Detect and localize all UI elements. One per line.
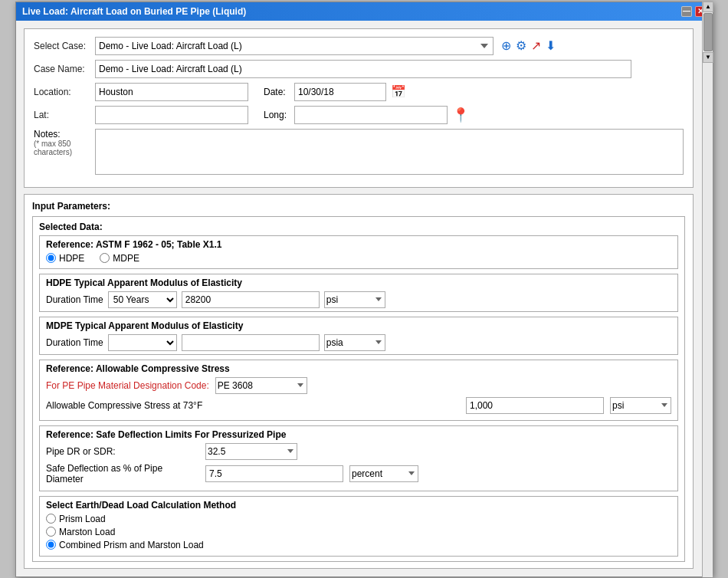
select-case-label: Select Case: — [34, 41, 95, 51]
hdpe-radio[interactable] — [46, 253, 56, 263]
scroll-up-button[interactable]: ▲ — [703, 2, 713, 12]
notes-textarea[interactable] — [95, 129, 684, 175]
mdpe-unit-select[interactable]: psia psi kPa — [324, 334, 385, 351]
mdpe-modulus-title: MDPE Typical Apparent Modulus of Elastic… — [46, 320, 671, 331]
mdpe-duration-select[interactable]: 50 Years 1 Year — [108, 334, 177, 351]
hdpe-label: HDPE — [59, 253, 84, 264]
deflection-group: Reference: Safe Deflection Limits For Pr… — [39, 425, 678, 491]
mdpe-modulus-group: MDPE Typical Apparent Modulus of Elastic… — [39, 317, 678, 355]
add-case-icon[interactable]: ⊕ — [501, 38, 511, 53]
mdpe-label: MDPE — [113, 253, 139, 264]
pe-designation-row: For PE Pipe Material Designation Code: P… — [46, 377, 671, 394]
lat-label: Lat: — [34, 110, 95, 120]
calendar-icon[interactable]: 📅 — [391, 84, 406, 99]
safe-deflection-input[interactable] — [205, 465, 343, 482]
stress-unit-select[interactable]: psi kPa — [610, 397, 671, 414]
reference-title: Reference: ASTM F 1962 - 05; Table X1.1 — [46, 239, 671, 250]
prism-load-radio-item[interactable]: Prism Load — [46, 514, 671, 524]
toolbar-icons: ⊕ ⚙ ↗ ⬇ — [501, 38, 556, 53]
notes-sublabel: (* max 850 characters) — [34, 140, 95, 156]
hdpe-duration-select[interactable]: 50 Years 1 Year 1 Month 1 Hour — [108, 291, 177, 308]
stress-label: Allowable Compressive Stress at 73°F — [46, 400, 202, 411]
window-title: Live Load: Aircraft Load on Buried PE Pi… — [22, 6, 246, 17]
scroll-thumb[interactable] — [703, 13, 713, 51]
prism-load-radio[interactable] — [46, 514, 56, 524]
date-input[interactable] — [294, 83, 386, 101]
notes-label: Notes: — [34, 129, 95, 140]
location-label: Location: — [34, 87, 95, 97]
location-input[interactable] — [95, 83, 248, 101]
reference-group: Reference: ASTM F 1962 - 05; Table X1.1 … — [39, 235, 678, 269]
hdpe-modulus-row: Duration Time 50 Years 1 Year 1 Month 1 … — [46, 291, 671, 308]
hdpe-modulus-group: HDPE Typical Apparent Modulus of Elastic… — [39, 274, 678, 312]
date-label: Date: — [264, 87, 294, 97]
hdpe-unit-select[interactable]: psi kPa MPa — [324, 291, 385, 308]
safe-deflection-unit-select[interactable]: percent — [349, 465, 418, 482]
title-bar: Live Load: Aircraft Load on Buried PE Pi… — [16, 2, 712, 21]
long-input[interactable] — [294, 106, 448, 124]
mdpe-radio[interactable] — [100, 253, 110, 263]
dr-row: Pipe DR or SDR: 32.5 26 21 17 13.5 11 — [46, 443, 671, 460]
pe-designation-label: For PE Pipe Material Designation Code: — [46, 380, 209, 391]
combined-load-label: Combined Prism and Marston Load — [59, 540, 204, 550]
input-params-section: Input Parameters: Selected Data: Referen… — [24, 194, 694, 569]
mdpe-duration-label: Duration Time — [46, 337, 103, 348]
case-name-row: Case Name: — [34, 60, 684, 78]
share-icon[interactable]: ↗ — [531, 38, 541, 53]
hdpe-mdpe-radio-row: HDPE MDPE — [46, 253, 671, 264]
combined-load-radio[interactable] — [46, 540, 56, 550]
compressive-group: Reference: Allowable Compressive Stress … — [39, 360, 678, 421]
marston-load-label: Marston Load — [59, 527, 115, 537]
lat-long-row: Lat: Long: 📍 — [34, 106, 684, 124]
lat-input[interactable] — [95, 106, 248, 124]
combined-load-radio-item[interactable]: Combined Prism and Marston Load — [46, 540, 671, 550]
stress-value-input[interactable] — [466, 397, 604, 414]
safe-deflection-row: Safe Deflection as % of Pipe Diameter pe… — [46, 463, 671, 484]
download-icon[interactable]: ⬇ — [546, 38, 556, 53]
case-name-label: Case Name: — [34, 64, 95, 74]
hdpe-value-input[interactable] — [182, 291, 320, 308]
location-date-row: Location: Date: 📅 — [34, 83, 684, 101]
pe-designation-select[interactable]: PE 3608 PE 4710 PE 2406 — [215, 377, 307, 394]
mdpe-value-input[interactable] — [182, 334, 320, 351]
dr-select[interactable]: 32.5 26 21 17 13.5 11 — [205, 443, 297, 460]
mdpe-modulus-row: Duration Time 50 Years 1 Year psia psi — [46, 334, 671, 351]
case-name-input[interactable] — [95, 60, 631, 78]
deflection-title: Reference: Safe Deflection Limits For Pr… — [46, 429, 671, 440]
hdpe-duration-label: Duration Time — [46, 294, 103, 305]
compressive-stress-row: Allowable Compressive Stress at 73°F psi… — [46, 397, 671, 414]
dr-label: Pipe DR or SDR: — [46, 446, 199, 457]
top-section: Select Case: Demo - Live Load: Aircraft … — [24, 28, 694, 188]
mdpe-radio-item[interactable]: MDPE — [100, 253, 139, 264]
long-label: Long: — [264, 110, 294, 120]
selected-data-title: Selected Data: — [39, 222, 678, 232]
settings-icon[interactable]: ⚙ — [516, 38, 526, 53]
select-case-dropdown[interactable]: Demo - Live Load: Aircraft Load (L) — [95, 37, 494, 55]
safe-deflection-label: Safe Deflection as % of Pipe Diameter — [46, 463, 199, 484]
prism-load-label: Prism Load — [59, 514, 106, 524]
compressive-title: Reference: Allowable Compressive Stress — [46, 363, 671, 374]
scroll-down-button[interactable]: ▼ — [703, 52, 713, 63]
map-pin-icon[interactable]: 📍 — [452, 107, 469, 123]
scrollbar[interactable]: ▲ ▼ — [702, 2, 713, 577]
earth-load-title: Select Earth/Dead Load Calculation Metho… — [46, 500, 671, 511]
marston-load-radio[interactable] — [46, 527, 56, 537]
hdpe-modulus-title: HDPE Typical Apparent Modulus of Elastic… — [46, 278, 671, 288]
marston-load-radio-item[interactable]: Marston Load — [46, 527, 671, 537]
hdpe-radio-item[interactable]: HDPE — [46, 253, 84, 264]
notes-row: Notes: (* max 850 characters) — [34, 129, 684, 175]
select-case-row: Select Case: Demo - Live Load: Aircraft … — [34, 37, 684, 55]
minimize-button[interactable]: — — [681, 6, 692, 17]
earth-load-group: Select Earth/Dead Load Calculation Metho… — [39, 496, 678, 557]
selected-data-group: Selected Data: Reference: ASTM F 1962 - … — [32, 216, 685, 562]
input-params-title: Input Parameters: — [32, 201, 685, 212]
